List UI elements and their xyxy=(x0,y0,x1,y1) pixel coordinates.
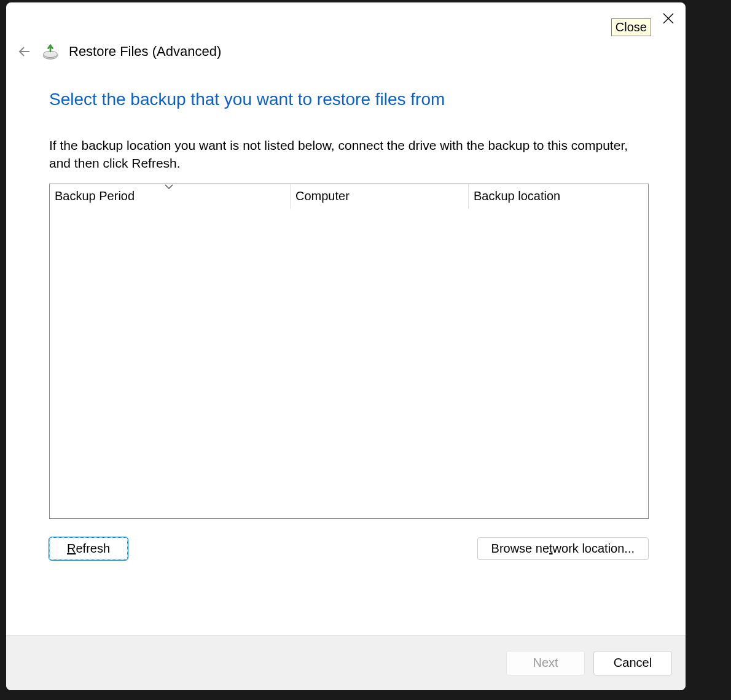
column-backup-location[interactable]: Backup location xyxy=(469,184,648,209)
restore-icon xyxy=(42,43,59,60)
refresh-button[interactable]: Refresh xyxy=(49,537,128,560)
chevron-down-icon xyxy=(164,183,174,190)
column-label: Backup location xyxy=(474,189,560,203)
column-computer[interactable]: Computer xyxy=(291,184,469,209)
back-arrow-icon[interactable] xyxy=(17,44,32,59)
column-label: Backup Period xyxy=(55,189,135,203)
dialog-footer: Next Cancel xyxy=(6,635,686,690)
content-area: Select the backup that you want to resto… xyxy=(6,65,686,635)
header-row: Restore Files (Advanced) xyxy=(6,37,686,65)
list-header-row: Backup Period Computer Backup location xyxy=(50,184,648,209)
browse-network-button[interactable]: Browse network location... xyxy=(477,537,649,560)
backup-list[interactable]: Backup Period Computer Backup location xyxy=(49,184,649,519)
page-heading: Select the backup that you want to resto… xyxy=(49,90,649,109)
cancel-button[interactable]: Cancel xyxy=(593,651,672,675)
next-button: Next xyxy=(506,651,585,675)
close-tooltip: Close xyxy=(611,18,651,36)
close-icon[interactable] xyxy=(661,11,676,26)
column-backup-period[interactable]: Backup Period xyxy=(50,184,291,209)
window-title: Restore Files (Advanced) xyxy=(69,44,221,60)
column-label: Computer xyxy=(295,189,350,203)
page-description: If the backup location you want is not l… xyxy=(49,136,649,173)
button-row: Refresh Browse network location... xyxy=(49,537,649,560)
titlebar: Close xyxy=(6,2,686,37)
restore-files-dialog: Close Restore Files (Advanced) Select th… xyxy=(6,2,686,690)
